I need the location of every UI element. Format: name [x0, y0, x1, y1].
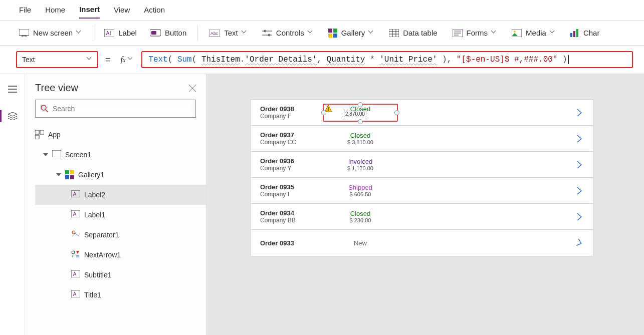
tree-item-label1[interactable]: Label1 — [35, 205, 206, 225]
fx-icon: fx — [121, 55, 126, 64]
next-arrow-icon[interactable] — [576, 238, 583, 247]
menu-insert[interactable]: Insert — [79, 5, 100, 19]
charts-dropdown[interactable]: Char — [570, 29, 600, 37]
tree-item-title1[interactable]: Title1 — [35, 285, 206, 305]
svg-rect-29 — [576, 29, 578, 37]
svg-rect-12 — [328, 29, 332, 33]
app-icon — [35, 130, 44, 139]
svg-rect-5 — [151, 31, 156, 35]
search-box[interactable] — [35, 100, 196, 118]
tree-item-app[interactable]: App — [35, 125, 206, 145]
canvas[interactable]: Order 0938Company FClosed2,870.00Order 0… — [206, 74, 644, 335]
svg-rect-41 — [65, 170, 69, 174]
tree-item-subtitle1[interactable]: Subtitle1 — [35, 265, 206, 285]
separator-icon — [71, 230, 80, 239]
forms-dropdown[interactable]: Forms — [453, 29, 497, 37]
next-arrow-icon[interactable] — [577, 109, 582, 117]
tree-item-gallery1[interactable]: Gallery1 — [35, 165, 206, 185]
next-arrow-icon[interactable] — [577, 187, 582, 195]
gallery-row[interactable]: Order 0937Company CCClosed$ 3,810.00 — [251, 126, 593, 152]
next-arrow-icon[interactable] — [577, 213, 582, 221]
data-table-icon — [389, 29, 399, 37]
tree-item-screen1[interactable]: Screen1 — [35, 145, 206, 165]
chevron-down-icon — [242, 31, 247, 36]
icons-icon: + — [71, 250, 80, 259]
label-icon — [71, 210, 80, 219]
menu-action[interactable]: Action — [144, 6, 165, 18]
media-label: Media — [526, 29, 546, 37]
expander-icon[interactable] — [56, 172, 61, 177]
tree-item-separator1[interactable]: Separator1 — [35, 225, 206, 245]
next-arrow-icon[interactable] — [577, 135, 582, 143]
text-dropdown[interactable]: Abc Text — [209, 29, 247, 37]
new-screen-button[interactable]: New screen — [19, 29, 82, 37]
data-table-label: Data table — [403, 29, 437, 37]
menu-home[interactable]: Home — [45, 6, 65, 18]
resize-handle[interactable] — [358, 102, 363, 107]
status-label: Closed — [320, 210, 400, 217]
label-icon — [104, 29, 114, 37]
formula-input[interactable]: Text( Sum( ThisItem.'Order Details', Qua… — [141, 51, 633, 68]
gallery-preview[interactable]: Order 0938Company FClosed2,870.00Order 0… — [251, 99, 593, 256]
order-number: Order 0934 — [260, 209, 320, 217]
chevron-down-icon — [128, 57, 133, 62]
tree-item-label: Label1 — [84, 211, 105, 219]
resize-handle[interactable] — [358, 119, 363, 124]
property-selector-value: Text — [22, 56, 35, 64]
gallery-row[interactable]: Order 0938Company FClosed2,870.00 — [251, 100, 593, 126]
body: Tree view App Screen1 — [0, 74, 644, 335]
formula-bar: Text = fx Text( Sum( ThisItem.'Order Det… — [0, 45, 644, 74]
menu-file[interactable]: File — [19, 6, 31, 18]
label-label: Label — [118, 29, 137, 37]
tree-item-label: Gallery1 — [78, 171, 104, 179]
tree-view-rail-button[interactable] — [5, 108, 21, 124]
controls-label: Controls — [276, 29, 304, 37]
next-arrow-icon[interactable] — [577, 161, 582, 169]
tree-item-label: Separator1 — [84, 231, 119, 239]
gallery-row[interactable]: Order 0936Company YInvoiced$ 1,170.00 — [251, 152, 593, 178]
charts-label: Char — [583, 29, 600, 37]
search-icon — [41, 105, 49, 113]
company-name: Company I — [260, 191, 320, 198]
left-rail — [0, 74, 25, 335]
status-label: Invoiced — [320, 158, 400, 165]
gallery-row[interactable]: Order 0933New — [251, 230, 593, 256]
svg-rect-28 — [573, 31, 575, 37]
company-name: Company CC — [260, 139, 320, 146]
fx-button[interactable]: fx — [118, 55, 137, 64]
amount-label: 2,870.00 — [344, 111, 366, 117]
tree-item-nextarrow1[interactable]: + NextArrow1 — [35, 245, 206, 265]
resize-handle[interactable] — [394, 110, 399, 115]
selected-label-control[interactable]: Closed2,870.00 — [323, 104, 398, 122]
label-icon — [71, 190, 80, 199]
label-button[interactable]: Label — [104, 29, 137, 37]
svg-line-36 — [46, 110, 48, 112]
hamburger-button[interactable] — [5, 81, 21, 97]
gallery-row[interactable]: Order 0934Company BBClosed$ 230.00 — [251, 204, 593, 230]
gallery-label: Gallery — [341, 29, 365, 37]
button-button[interactable]: Button — [150, 29, 186, 37]
media-icon — [512, 29, 522, 37]
property-selector[interactable]: Text — [16, 51, 98, 68]
menu-view[interactable]: View — [114, 6, 130, 18]
tree-item-label2[interactable]: Label2 — [35, 185, 206, 205]
expander-icon[interactable] — [43, 152, 48, 157]
company-name: Company BB — [260, 217, 320, 224]
company-name: Company Y — [260, 165, 320, 172]
controls-dropdown[interactable]: Controls — [262, 29, 313, 37]
gallery-row[interactable]: Order 0935Company IShipped$ 606.50 — [251, 178, 593, 204]
resize-handle[interactable] — [321, 110, 326, 115]
label-icon — [71, 290, 80, 299]
gallery-dropdown[interactable]: Gallery — [328, 29, 374, 38]
amount-label: $ 230.00 — [320, 217, 400, 223]
svg-rect-39 — [35, 135, 39, 139]
tree-item-label: Title1 — [84, 291, 101, 299]
gallery-icon — [65, 170, 74, 179]
close-panel-button[interactable] — [189, 85, 196, 92]
svg-rect-37 — [35, 130, 39, 134]
data-table-button[interactable]: Data table — [389, 29, 437, 37]
search-input[interactable] — [53, 105, 190, 113]
media-dropdown[interactable]: Media — [512, 29, 555, 37]
tree-item-label: Subtitle1 — [84, 271, 111, 279]
status-label: Shipped — [320, 184, 400, 191]
